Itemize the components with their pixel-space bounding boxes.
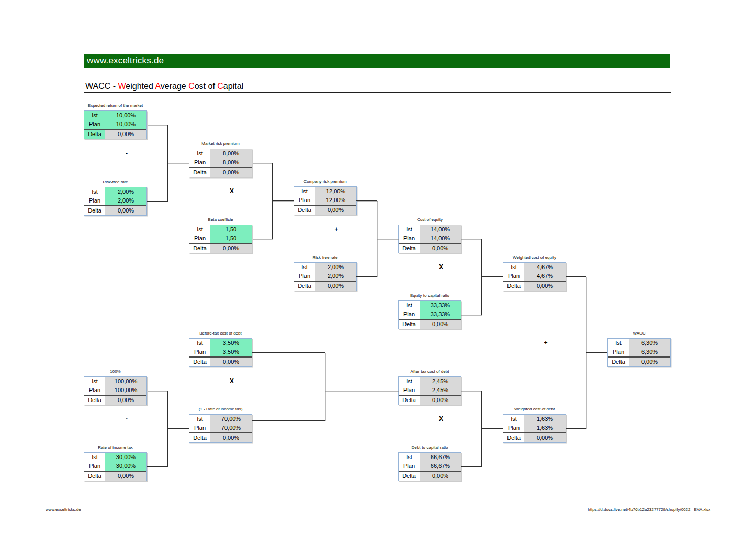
plan-value: 10,00% [105, 120, 146, 129]
diagram: Expected return of the marketIst10,00%Pl… [0, 0, 756, 535]
plan-label: Plan [399, 462, 420, 471]
connector-line-20 [252, 352, 325, 353]
delta-value: 0,00% [420, 244, 461, 253]
ist-value: 10,00% [105, 111, 146, 120]
delta-row: Delta0,00% [294, 282, 356, 291]
ist-value: 66,67% [420, 453, 461, 462]
box-one-minus-rate-of-income-tax: Ist70,00%Plan70,00%Delta0,00% [189, 414, 252, 443]
plan-row: Plan2,00% [84, 196, 146, 205]
connector-line-17 [566, 428, 586, 429]
delta-label: Delta [84, 396, 105, 405]
ist-value: 4,67% [524, 263, 566, 272]
connector-line-30 [481, 391, 482, 467]
box-label-before-tax-cost-of-debt: Before-tax cost of debt [168, 331, 273, 336]
box-debt-to-capital-ratio: Ist66,67%Plan66,67%Delta0,00% [398, 452, 461, 481]
delta-value: 0,00% [315, 206, 356, 215]
delta-label: Delta [399, 244, 420, 253]
plan-label: Plan [84, 462, 105, 471]
box-label-debt-to-capital-ratio: Debt-to-capital ratio [378, 445, 482, 450]
box-company-risk-premium: Ist12,00%Plan12,00%Delta0,00% [294, 186, 357, 215]
ist-value: 14,00% [420, 225, 461, 234]
delta-value: 0,00% [315, 282, 356, 291]
ist-label: Ist [84, 111, 105, 120]
box-label-one-minus-rate-of-income-tax: (1 - Rate of income tax) [168, 407, 273, 411]
ist-label: Ist [84, 453, 105, 462]
ist-label: Ist [503, 415, 524, 423]
delta-label: Delta [189, 168, 210, 177]
plan-value: 4,67% [524, 272, 566, 281]
plan-label: Plan [189, 348, 210, 356]
delta-row: Delta0,00% [189, 433, 252, 442]
box-risk-free-rate-2: Ist2,00%Plan2,00%Delta0,00% [294, 262, 357, 291]
plan-row: Plan2,45% [399, 386, 461, 395]
plan-label: Plan [503, 272, 524, 281]
connector-line-23 [325, 391, 398, 391]
plan-label: Plan [294, 272, 315, 281]
delta-value: 0,00% [420, 320, 461, 329]
ist-row: Ist3,50% [189, 339, 252, 348]
ist-value: 2,45% [420, 377, 461, 386]
ist-row: Ist1,63% [503, 415, 566, 423]
box-label-company-risk-premium: Company risk premium [273, 179, 378, 184]
ist-row: Ist2,45% [399, 377, 461, 386]
plan-value: 14,00% [420, 234, 461, 243]
ist-row: Ist4,67% [503, 263, 566, 272]
plan-row: Plan3,50% [189, 348, 252, 356]
ist-label: Ist [189, 415, 210, 423]
delta-label: Delta [399, 320, 420, 329]
box-hundred-percent: Ist100,00%Plan100,00%Delta0,00% [84, 376, 147, 405]
plan-row: Plan66,67% [399, 462, 461, 471]
delta-label: Delta [503, 433, 524, 442]
plan-label: Plan [294, 196, 315, 205]
delta-value: 0,00% [210, 433, 252, 442]
connector-line-11 [377, 239, 398, 239]
box-risk-free-rate-1: Ist2,00%Plan2,00%Delta0,00% [84, 187, 147, 216]
ist-label: Ist [503, 263, 524, 272]
plan-row: Plan30,00% [84, 462, 146, 471]
plan-label: Plan [608, 348, 629, 356]
delta-value: 0,00% [210, 168, 252, 177]
plan-value: 2,00% [105, 196, 146, 205]
plan-label: Plan [189, 234, 210, 243]
plan-value: 70,00% [210, 423, 252, 432]
plan-row: Plan14,00% [399, 234, 461, 243]
ist-row: Ist30,00% [84, 453, 146, 462]
connector-line-26 [167, 391, 168, 467]
plan-label: Plan [189, 423, 210, 432]
ist-value: 70,00% [210, 415, 252, 423]
box-weighted-cost-of-debt: Ist1,63%Plan1,63%Delta0,00% [503, 414, 566, 443]
plan-value: 30,00% [105, 462, 146, 471]
connector-line-25 [147, 466, 168, 467]
ist-row: Ist2,00% [294, 263, 356, 272]
delta-row: Delta0,00% [189, 168, 252, 177]
plan-row: Plan33,33% [399, 310, 461, 319]
box-label-wacc: WACC [587, 331, 692, 336]
plan-value: 100,00% [105, 386, 146, 395]
connector-line-14 [481, 239, 482, 315]
delta-label: Delta [503, 282, 524, 291]
ist-row: Ist2,00% [84, 187, 146, 196]
delta-value: 0,00% [105, 206, 146, 215]
box-cost-of-equity: Ist14,00%Plan14,00%Delta0,00% [398, 225, 461, 253]
connector-line-31 [481, 428, 503, 429]
plan-label: Plan [399, 310, 420, 319]
ist-row: Ist12,00% [294, 187, 356, 196]
ist-label: Ist [84, 187, 105, 196]
ist-value: 100,00% [105, 377, 146, 386]
ist-row: Ist1,50 [189, 225, 252, 234]
delta-row: Delta0,00% [608, 358, 670, 366]
connector-line-19 [586, 352, 607, 353]
box-label-weighted-cost-of-equity: Weighted cost of equity [482, 255, 587, 260]
ist-value: 6,30% [629, 339, 670, 348]
delta-row: Delta0,00% [189, 244, 252, 253]
delta-label: Delta [189, 244, 210, 253]
plan-row: Plan2,00% [294, 272, 356, 281]
connector-line-5 [252, 239, 273, 239]
plan-label: Plan [84, 120, 105, 129]
ist-row: Ist70,00% [189, 415, 252, 423]
box-label-weighted-cost-of-debt: Weighted cost of debt [482, 407, 587, 411]
delta-row: Delta0,00% [503, 282, 566, 291]
delta-label: Delta [84, 130, 105, 139]
ist-label: Ist [189, 339, 210, 348]
plan-value: 33,33% [420, 310, 461, 319]
